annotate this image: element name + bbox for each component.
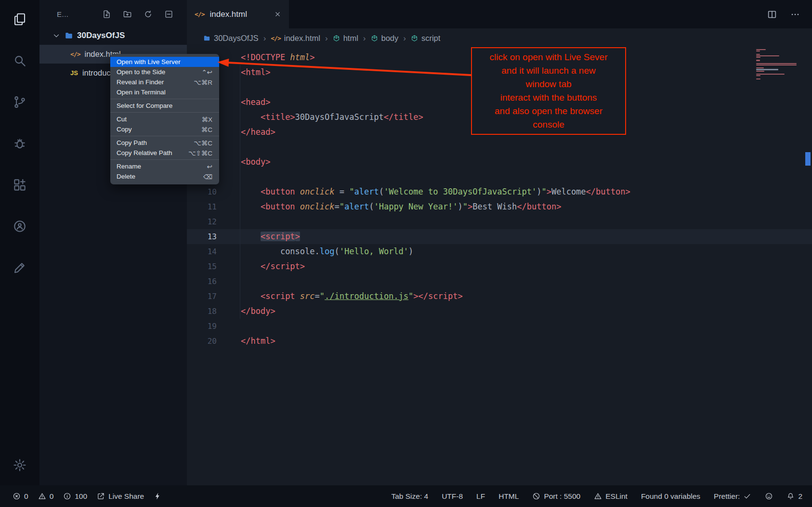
status-text: 0 — [50, 492, 54, 501]
status-0[interactable]: 0 — [13, 492, 28, 501]
code-line-12[interactable]: 12 — [187, 214, 812, 229]
collapse-all-button[interactable] — [164, 10, 173, 19]
activity-item-feedback-pen[interactable] — [6, 254, 33, 281]
menu-item-label: Cut — [117, 116, 127, 123]
menu-item-select-for-compare[interactable]: Select for Compare — [110, 101, 219, 111]
menu-separator — [110, 136, 219, 136]
menu-item-reveal-in-finder[interactable]: Reveal in Finder⌥⌘R — [110, 77, 219, 87]
code-line-17[interactable]: 17 <script src="./introduction.js"></scr… — [187, 289, 812, 304]
status-text: LF — [476, 492, 485, 501]
activity-item-extensions[interactable] — [6, 171, 33, 198]
annotation-line: and it will launch a new — [474, 64, 623, 78]
code-line-8[interactable]: 8<body> — [187, 155, 812, 169]
code-text: </html> — [241, 334, 275, 349]
menu-item-label: Reveal in Finder — [117, 78, 164, 86]
breadcrumb-item-30DaysOfJS[interactable]: 30DaysOfJS — [203, 34, 259, 43]
activity-item-search[interactable] — [6, 47, 33, 74]
menu-item-shortcut: ⌘C — [201, 126, 212, 133]
code-line-7[interactable]: 7 — [187, 140, 812, 155]
status-text: Found 0 variables — [641, 492, 700, 501]
breadcrumb-item-index.html[interactable]: </>index.html — [271, 34, 320, 43]
status-2[interactable]: 2 — [786, 492, 802, 501]
breadcrumb-item-script[interactable]: script — [411, 34, 440, 43]
refresh-button[interactable] — [144, 10, 153, 19]
status-prettier-[interactable]: Prettier: — [714, 492, 751, 501]
live-share-icon — [13, 219, 27, 234]
status-0[interactable]: 0 — [38, 492, 54, 501]
breadcrumb-item-body[interactable]: body — [371, 34, 399, 43]
breadcrumb-label: body — [381, 34, 399, 43]
code-line-14[interactable]: 14 console.log('Hello, World') — [187, 244, 812, 259]
status-text: Prettier: — [714, 492, 740, 501]
new-folder-button[interactable] — [123, 10, 132, 19]
activity-item-settings-gear[interactable] — [6, 452, 33, 479]
menu-item-cut[interactable]: Cut⌘X — [110, 114, 219, 124]
menu-item-open-with-live-server[interactable]: Open with Live Server — [110, 57, 219, 67]
activity-item-source-control[interactable] — [6, 89, 33, 116]
line-number: 19 — [187, 319, 226, 334]
breadcrumb-item-html[interactable]: html — [333, 34, 358, 43]
status-lightning-icon[interactable] — [154, 492, 162, 500]
explorer-icon — [13, 12, 27, 26]
menu-item-shortcut: ⌥⇧⌘C — [188, 149, 212, 157]
code-line-16[interactable]: 16 — [187, 274, 812, 289]
code-text: <button onclick="alert('Happy New Year!'… — [241, 199, 561, 214]
status-text: 0 — [24, 492, 28, 501]
warning-icon — [594, 492, 602, 500]
symbol-cube-icon — [371, 35, 378, 42]
refresh-icon — [144, 10, 153, 19]
code-line-10[interactable]: 10 <button onclick = "alert('Welcome to … — [187, 184, 812, 199]
code-text: </head> — [241, 125, 275, 140]
editor-action-split-editor[interactable] — [767, 9, 777, 20]
code-line-15[interactable]: 15 </script> — [187, 259, 812, 274]
editor-action-more-actions[interactable] — [790, 9, 800, 20]
status-smiley-icon[interactable] — [765, 492, 773, 500]
activity-item-live-share[interactable] — [6, 213, 33, 240]
status-html[interactable]: HTML — [498, 492, 519, 501]
scrollbar-marker[interactable] — [805, 152, 811, 166]
smiley-icon — [765, 492, 773, 500]
activity-item-run-debug[interactable] — [6, 130, 33, 157]
code-line-19[interactable]: 19 — [187, 319, 812, 334]
html-file-icon: </> — [70, 51, 80, 58]
activity-bar-top — [6, 6, 33, 281]
code-line-11[interactable]: 11 <button onclick="alert('Happy New Yea… — [187, 199, 812, 214]
status-utf-8[interactable]: UTF-8 — [442, 492, 463, 501]
close-icon[interactable] — [274, 11, 281, 18]
status-tab-size-4[interactable]: Tab Size: 4 — [391, 492, 428, 501]
menu-item-open-in-terminal[interactable]: Open in Terminal — [110, 87, 219, 97]
status-lf[interactable]: LF — [476, 492, 485, 501]
error-circle-icon — [13, 492, 21, 500]
status-text: Port : 5500 — [544, 492, 580, 501]
status-eslint[interactable]: ESLint — [594, 492, 628, 501]
code-text: <html> — [241, 65, 270, 80]
status-text: Live Share — [108, 492, 144, 501]
menu-item-delete[interactable]: Delete⌫ — [110, 171, 219, 182]
minimap[interactable] — [756, 49, 798, 80]
status-live-share[interactable]: Live Share — [97, 492, 144, 501]
menu-item-copy[interactable]: Copy⌘C — [110, 124, 219, 134]
menu-item-copy-path[interactable]: Copy Path⌥⌘C — [110, 138, 219, 148]
code-line-9[interactable]: 9 — [187, 169, 812, 184]
menu-item-copy-relative-path[interactable]: Copy Relative Path⌥⇧⌘C — [110, 148, 219, 158]
breadcrumb-separator: › — [263, 34, 267, 43]
code-line-18[interactable]: 18</body> — [187, 304, 812, 319]
status-100[interactable]: 100 — [63, 492, 87, 501]
info-circle-icon — [63, 492, 71, 500]
status-found-0-variables[interactable]: Found 0 variables — [641, 492, 700, 501]
menu-item-rename[interactable]: Rename↩ — [110, 161, 219, 171]
activity-item-explorer[interactable] — [6, 6, 33, 33]
extensions-icon — [13, 178, 27, 192]
menu-item-open-to-the-side[interactable]: Open to the Side⌃↩ — [110, 67, 219, 77]
code-line-20[interactable]: 20</html> — [187, 334, 812, 349]
annotation-line: and also open the browser — [474, 104, 623, 118]
new-file-button[interactable] — [102, 10, 111, 19]
split-editor-icon — [767, 9, 777, 20]
status-port-5500[interactable]: Port : 5500 — [532, 492, 580, 501]
activity-bar — [0, 0, 39, 485]
line-number: 10 — [187, 184, 226, 199]
menu-separator — [110, 159, 219, 160]
tree-item-root-folder[interactable]: 30DaysOfJS — [39, 26, 187, 45]
tab-index-html[interactable]: </> index.html — [187, 0, 289, 28]
code-line-13[interactable]: 13 <script> — [187, 229, 812, 244]
